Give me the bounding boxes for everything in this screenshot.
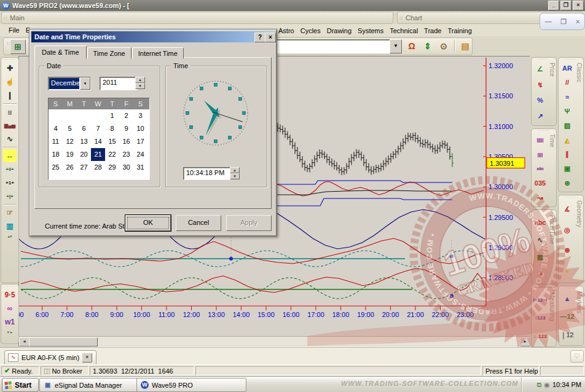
wave-one-button[interactable]: w1	[3, 316, 17, 329]
calendar-day-4[interactable]: 4	[49, 122, 63, 135]
geometry-ellipse-icon[interactable]: ⊕	[564, 246, 570, 254]
classic-square-spiral-icon[interactable]: ▣	[564, 165, 570, 173]
pt-pattern-icon[interactable]: ∿	[537, 236, 543, 244]
zoom-range-button[interactable]: ↔	[3, 149, 17, 162]
pt-grid-icon[interactable]: ▦	[537, 253, 543, 261]
calendar-day-18[interactable]: 18	[49, 148, 63, 161]
window-restore-button[interactable]: ❐	[560, 1, 571, 10]
calendar-day-7[interactable]: 7	[91, 122, 105, 135]
calendar-day-14[interactable]: 14	[91, 135, 105, 148]
calendar-day-28[interactable]: 28	[91, 161, 105, 174]
mdi-restore-button[interactable]: ❐	[560, 18, 567, 26]
volume-tray-icon[interactable]: ◉	[544, 381, 550, 388]
combobox-dropdown-arrow[interactable]: ▼	[390, 39, 402, 53]
tab-close-button[interactable]: ×	[82, 353, 92, 363]
window-minimize-button[interactable]: _	[548, 1, 559, 10]
chart-tab-eur-a0-fx[interactable]: ∿ EUR A0-FX (5 min) ×	[4, 350, 96, 365]
cancel-button[interactable]: Cancel	[176, 215, 221, 231]
calendar-day-8[interactable]: 8	[105, 122, 119, 135]
pt-vector-icon[interactable]: ↗	[537, 270, 543, 278]
dialog-titlebar[interactable]: Date and Time Properties ? ×	[31, 31, 275, 42]
ok-button[interactable]: OK	[125, 215, 171, 231]
calendar-day-6[interactable]: 6	[77, 122, 91, 135]
calendar-day-20[interactable]: 20	[77, 148, 91, 161]
classic-fan-icon[interactable]: Ψ	[565, 108, 570, 116]
time-lines-icon[interactable]: ||||	[538, 151, 543, 159]
expand-one-button[interactable]: +1+	[3, 176, 17, 189]
geometry-compass-icon[interactable]: ∡	[564, 205, 570, 213]
menu-technical[interactable]: Technical	[390, 26, 418, 36]
price-zigzag-icon[interactable]: ↯	[537, 81, 543, 89]
calendar-day-19[interactable]: 19	[63, 148, 77, 161]
taskbar-app-esignal-data-manager[interactable]: ▣eSignal Data Manager	[39, 378, 141, 392]
taskbar-app-wave59-pro[interactable]: WWave59 PRO	[136, 378, 246, 392]
calendar-day-29[interactable]: 29	[105, 161, 119, 174]
calendar-day-3[interactable]: 3	[133, 109, 147, 122]
menu-cycles[interactable]: Cycles	[300, 26, 321, 36]
mdi-minimize-button[interactable]: —	[544, 18, 551, 25]
new-chart-button[interactable]: ⊞	[10, 39, 26, 54]
line-style-button[interactable]: ∿	[3, 133, 17, 146]
band-grip[interactable]: ⁞⁞	[4, 17, 7, 20]
calendar-day-2[interactable]: 2	[119, 109, 133, 122]
calendar-day-5[interactable]: 5	[63, 122, 77, 135]
dialog-tab-internet-time[interactable]: Internet Time	[132, 47, 184, 59]
crosshair-tool[interactable]: ✚	[3, 62, 17, 75]
menu-trade[interactable]: Trade	[424, 26, 441, 36]
price-percent-icon[interactable]: %	[537, 96, 543, 104]
classic-parallel-icon[interactable]: ∥	[565, 151, 569, 159]
vertical-cursor-tool[interactable]: ❙	[3, 89, 17, 102]
cycle-wave-button[interactable]: ∞	[3, 302, 17, 315]
eye-button[interactable]: ⊙	[436, 39, 451, 53]
expand-bars-button[interactable]: +‖+	[3, 163, 17, 176]
month-dropdown[interactable]: December ▼	[48, 77, 91, 90]
classic-hatch-icon[interactable]: ▨	[564, 122, 570, 130]
marker-triangle-icon[interactable]: ▲	[564, 295, 571, 303]
calendar-day-16[interactable]: 16	[119, 135, 133, 148]
select-pointer-button[interactable]: ☞	[3, 206, 17, 219]
time-swing-icon[interactable]: ↝	[537, 194, 543, 202]
calendar-day-11[interactable]: 11	[49, 135, 63, 148]
calendar-day-17[interactable]: 17	[133, 135, 147, 148]
calendar-day-21[interactable]: 21	[91, 148, 105, 161]
time-field[interactable]: 10:34:18 PM	[183, 167, 231, 180]
panel-spinner[interactable]: ▴▾	[1, 233, 18, 240]
dialog-tab-date-time[interactable]: Date & Time	[34, 45, 87, 59]
apply-button[interactable]: Apply	[226, 215, 272, 231]
measure-width-icon[interactable]: ⊢12⊣	[533, 296, 548, 304]
geometry-circles-icon[interactable]: ◎	[564, 226, 570, 234]
tab-scroll-button[interactable]: ♡	[570, 350, 584, 363]
dialog-help-button[interactable]: ?	[254, 33, 265, 42]
menu-training[interactable]: Training	[447, 26, 471, 36]
magnet-tool-button[interactable]: Ω	[404, 39, 419, 53]
calendar[interactable]: SMTWTFS123456789101112131415161718192021…	[48, 98, 150, 180]
wave59-95-button[interactable]: 9⋅5	[3, 289, 17, 302]
menu-systems[interactable]: Systems	[358, 26, 383, 36]
calendar-day-13[interactable]: 13	[77, 135, 91, 148]
pt-abc-icon[interactable]: abc	[535, 219, 546, 227]
compress-bars-button[interactable]: +|+	[3, 190, 17, 203]
menu-drawing[interactable]: Drawing	[327, 26, 351, 36]
snapshot-button[interactable]: ▤	[458, 39, 473, 53]
band-grip[interactable]: ⁞⁞	[399, 17, 403, 20]
classic-knot-icon[interactable]: ≈	[565, 93, 569, 101]
dialog-close-button[interactable]: ×	[265, 33, 276, 42]
price-trend-icon[interactable]: ∠	[537, 65, 543, 73]
calendar-day-23[interactable]: 23	[119, 148, 133, 161]
calendar-day-25[interactable]: 25	[49, 161, 63, 174]
calendar-day-24[interactable]: 24	[133, 148, 147, 161]
calendar-day-27[interactable]: 27	[77, 161, 91, 174]
classic-slash-icon[interactable]: //	[565, 79, 569, 87]
time-count-icon[interactable]: ıılıı	[536, 165, 543, 173]
classic-ar-icon[interactable]: AR	[562, 65, 572, 73]
panel-grip[interactable]: ·····	[1, 58, 18, 61]
year-spinner[interactable]: ▲▼	[135, 77, 145, 89]
calendar-day-1[interactable]: 1	[105, 109, 119, 122]
start-button[interactable]: Start	[2, 378, 39, 392]
pan-tool[interactable]: ☝	[3, 76, 17, 88]
calendar-day-15[interactable]: 15	[105, 135, 119, 148]
year-field[interactable]: 2011	[100, 77, 138, 90]
marker-hline-icon[interactable]: ―12	[560, 313, 574, 321]
menu-astro[interactable]: Astro	[278, 26, 294, 36]
dialog-tab-time-zone[interactable]: Time Zone	[87, 47, 132, 59]
